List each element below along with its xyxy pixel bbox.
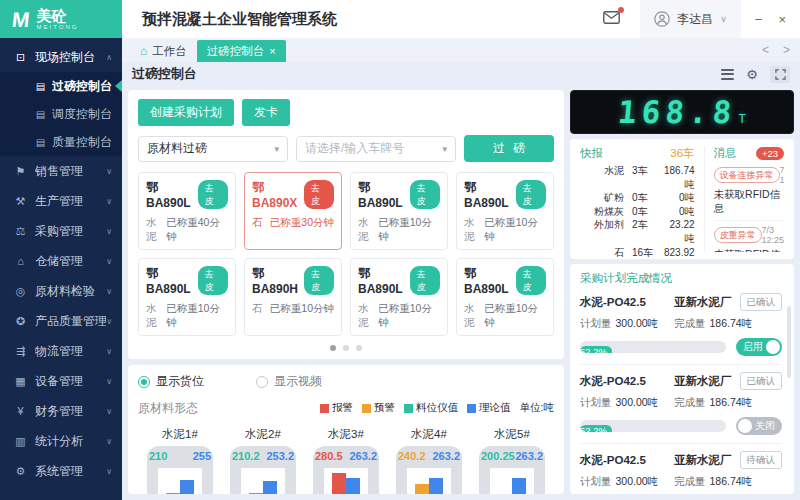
- tab-workbench[interactable]: ⌂ 工作台: [130, 40, 197, 62]
- sidebar-item[interactable]: ⇶ 物流管理 ∨: [0, 336, 122, 366]
- tab-next-button[interactable]: >: [783, 43, 790, 57]
- tare-button[interactable]: 去皮: [304, 180, 334, 209]
- vehicle-status: 已称重10分钟: [378, 302, 440, 330]
- vehicle-card[interactable]: 鄂BA890L 去皮 水泥 已称重10分钟: [456, 172, 554, 250]
- plan-item[interactable]: 水泥-PO42.5 亚新水泥厂 待确认 计划量300.00吨 完成量186.74…: [580, 443, 782, 494]
- vehicle-count: 2车: [632, 218, 664, 245]
- silo-theory-value: 263.2: [349, 450, 377, 462]
- sidebar-item[interactable]: ▥ 统计分析 ∨: [0, 426, 122, 456]
- show-storage-radio[interactable]: 显示货位: [138, 373, 204, 390]
- tare-button[interactable]: 去皮: [516, 180, 546, 209]
- legend-item: 料位仪值: [404, 401, 458, 415]
- vehicle-plate: 鄂BA890H: [252, 265, 304, 296]
- sidebar-item[interactable]: ✪ 产品质量管理 ∨: [0, 306, 122, 336]
- vehicle-count: 0车: [632, 191, 664, 205]
- sidebar-item[interactable]: ⊡ 现场控制台 ∧: [0, 42, 122, 72]
- sidebar-item[interactable]: ▤ 质量控制台: [0, 128, 122, 156]
- tare-button[interactable]: 去皮: [516, 266, 546, 295]
- logo-mark: M: [11, 9, 31, 30]
- sidebar-item[interactable]: ◎ 原材料检验 ∨: [0, 276, 122, 306]
- vehicle-card[interactable]: 鄂BA890H 去皮 石 已称重10分钟: [244, 258, 342, 336]
- vehicle-status: 已称重10分钟: [378, 216, 440, 244]
- app-title: 预拌混凝土企业智能管理系统: [122, 10, 603, 29]
- sidebar-item[interactable]: ⚒ 生产管理 ∨: [0, 186, 122, 216]
- plan-material: 水泥-PO42.5: [580, 453, 674, 468]
- sidebar-item-arrow: ∨: [106, 317, 112, 326]
- scale-weight-value: 168.8: [617, 97, 738, 128]
- user-menu[interactable]: 李达昌 ∨: [640, 0, 741, 38]
- message-item[interactable]: 皮重异常 7/3 12:25 未获取RFID信息: [714, 220, 784, 252]
- vehicle-card[interactable]: 鄂BA890L 去皮 水泥 已称重10分钟: [138, 258, 236, 336]
- silo-theory-value: 253.2: [266, 450, 294, 462]
- sidebar-item-label: 生产管理: [35, 193, 106, 210]
- sidebar-item[interactable]: ▦ 设备管理 ∨: [0, 366, 122, 396]
- silo-theory-value: 263.2: [432, 450, 460, 462]
- sidebar-item[interactable]: ¥ 财务管理 ∨: [0, 396, 122, 426]
- tab-close-icon[interactable]: ×: [269, 45, 275, 57]
- vehicle-card[interactable]: 鄂BA890X 去皮 石 已称重30分钟: [244, 172, 342, 250]
- carousel-dot[interactable]: [330, 345, 336, 351]
- sidebar-item[interactable]: ⚖ 采购管理 ∨: [0, 216, 122, 246]
- chevron-down-icon: ∨: [720, 14, 727, 24]
- tare-button[interactable]: 去皮: [410, 266, 440, 295]
- carousel-dot[interactable]: [356, 345, 362, 351]
- vehicle-card[interactable]: 鄂BA890L 去皮 水泥 已称重40分钟: [138, 172, 236, 250]
- minimize-button[interactable]: −: [755, 13, 763, 26]
- done-quantity: 186.74吨: [710, 475, 753, 487]
- vehicle-card[interactable]: 鄂BA890L 去皮 水泥 已称重10分钟: [350, 172, 448, 250]
- plan-toggle[interactable]: 关闭: [736, 417, 782, 435]
- vehicle-material: 石: [252, 302, 263, 316]
- sidebar-item[interactable]: ⚙ 系统管理 ∨: [0, 456, 122, 486]
- sidebar-item-label: 物流管理: [35, 343, 106, 360]
- sidebar-item-arrow: ∨: [106, 197, 112, 206]
- sidebar-item-arrow: ∨: [106, 467, 112, 476]
- plan-toggle[interactable]: 启用: [736, 338, 782, 356]
- issue-card-button[interactable]: 发卡: [242, 99, 290, 126]
- sidebar-item[interactable]: ▤ 过磅控制台: [0, 72, 122, 100]
- tare-button[interactable]: 去皮: [304, 266, 334, 295]
- close-button[interactable]: ×: [778, 13, 786, 26]
- tab-weighing-console[interactable]: 过磅控制台 ×: [197, 40, 286, 62]
- menu-icon[interactable]: [721, 66, 734, 82]
- gear-icon[interactable]: ⚙: [746, 68, 758, 81]
- vertical-scrollbar[interactable]: [787, 306, 791, 378]
- stats-panel: 快报 36车 水泥 3车 186.74吨 矿粉 0: [570, 139, 794, 259]
- plan-item[interactable]: 水泥-PO42.5 亚新水泥厂 已确认 计划量300.00吨 完成量186.74…: [580, 364, 782, 443]
- mail-button[interactable]: [603, 10, 620, 28]
- sidebar-item-label: 过磅控制台: [52, 78, 112, 95]
- weigh-type-select[interactable]: 原材料过磅 ▾: [138, 136, 288, 162]
- sidebar-item[interactable]: ▤ 调度控制台: [0, 100, 122, 128]
- tare-button[interactable]: 去皮: [198, 180, 228, 209]
- tab-prev-button[interactable]: <: [762, 43, 769, 57]
- sidebar-item[interactable]: ⌂ 仓储管理 ∨: [0, 246, 122, 276]
- plan-item[interactable]: 水泥-PO42.5 亚新水泥厂 已确认 计划量300.00吨 完成量186.74…: [580, 286, 782, 364]
- tare-button[interactable]: 去皮: [410, 180, 440, 209]
- plan-status-badge: 已确认: [740, 372, 783, 390]
- vehicle-plate: 鄂BA890L: [358, 265, 410, 296]
- tare-button[interactable]: 去皮: [198, 266, 228, 295]
- chevron-down-icon: ▾: [274, 144, 279, 154]
- sidebar-item-arrow: ∨: [106, 347, 112, 356]
- plate-number-select[interactable]: 请选择/输入车牌号 ▾: [296, 136, 456, 162]
- warehouse-icon: ⌂: [13, 255, 28, 267]
- vehicle-card[interactable]: 鄂BA890L 去皮 水泥 已称重10分钟: [350, 258, 448, 336]
- purchase-icon: ⚖: [13, 225, 28, 238]
- purchase-plans-panel: 采购计划完成情况 水泥-PO42.5 亚新水泥厂 已确认 计划量300.00吨: [570, 264, 794, 494]
- weigh-button[interactable]: 过磅: [464, 135, 554, 162]
- radio-icon: [138, 376, 150, 388]
- show-video-radio[interactable]: 显示视频: [256, 373, 322, 390]
- app-window: M 美砼 MEITONG 预拌混凝土企业智能管理系统 李达昌 ∨ − × ⊡ 现…: [0, 0, 800, 500]
- fullscreen-button[interactable]: [770, 66, 790, 83]
- carousel-dot[interactable]: [343, 345, 349, 351]
- sidebar-item-label: 调度控制台: [52, 106, 112, 123]
- sidebar-item[interactable]: ⚑ 销售管理 ∨: [0, 156, 122, 186]
- sidebar: ⊡ 现场控制台 ∧ ▤ 过磅控制台 ▤ 调度控制台 ▤ 质量控制台 ⚑ 销售管理…: [0, 38, 122, 500]
- message-item[interactable]: 设备连接异常 7/3 12:25 未获取RFID信息: [714, 161, 784, 216]
- silo-sensor-value: 210: [149, 450, 167, 462]
- plan-quantity: 300.00吨: [616, 475, 659, 487]
- sidebar-item-label: 质量控制台: [52, 134, 112, 151]
- vehicle-card[interactable]: 鄂BA890L 去皮 水泥 已称重10分钟: [456, 258, 554, 336]
- create-purchase-plan-button[interactable]: 创建采购计划: [138, 99, 234, 126]
- vehicle-status: 已称重10分钟: [270, 302, 334, 316]
- equipment-icon: ▦: [13, 375, 28, 388]
